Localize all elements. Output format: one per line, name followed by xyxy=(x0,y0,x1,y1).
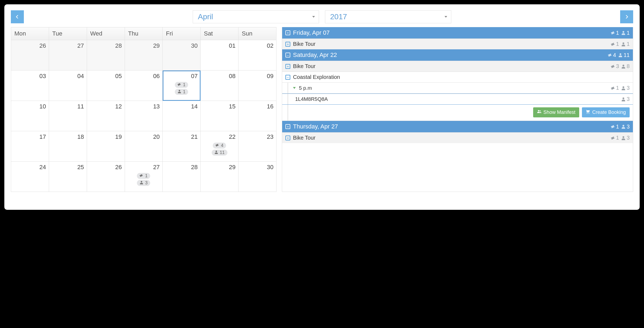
calendar-day[interactable]: 24 xyxy=(11,162,49,192)
weekday-header: Sun xyxy=(239,27,276,40)
calendar-day[interactable]: 26 xyxy=(87,162,125,192)
day-number: 30 xyxy=(241,164,273,171)
show-manifest-button[interactable]: Show Manifest xyxy=(533,107,579,117)
calendar-day[interactable]: 27 xyxy=(49,40,87,70)
activity-name: Bike Tour xyxy=(293,41,608,47)
day-title: Saturday, Apr 22 xyxy=(293,52,605,59)
activity-row[interactable]: +Bike Tour38 xyxy=(282,61,633,72)
day-header[interactable]: +Friday, Apr 0711 xyxy=(282,27,633,38)
ticket-icon xyxy=(139,173,144,179)
day-number: 11 xyxy=(52,103,84,110)
expand-icon: + xyxy=(285,64,290,69)
time-row[interactable]: 5 p.m13 xyxy=(282,82,633,94)
weekday-header: Tue xyxy=(49,27,87,40)
day-number: 07 xyxy=(165,73,198,80)
day-list-panel: +Friday, Apr 0711+Bike Tour11–Saturday, … xyxy=(282,27,633,192)
ticket-icon xyxy=(610,135,616,141)
person-icon xyxy=(618,53,623,57)
collapse-icon: – xyxy=(285,53,290,57)
day-number: 09 xyxy=(241,73,273,80)
calendar-day[interactable]: 30 xyxy=(239,162,276,192)
calendar-day[interactable]: 16 xyxy=(239,101,276,131)
person-icon xyxy=(621,136,626,140)
expand-icon: + xyxy=(285,136,290,140)
calendar-day[interactable]: 01 xyxy=(201,40,239,70)
person-icon xyxy=(621,124,626,129)
month-select[interactable]: April xyxy=(193,10,319,23)
counts: 13 xyxy=(611,85,630,91)
ticket-icon xyxy=(215,143,220,149)
day-number: 12 xyxy=(90,103,122,110)
time-label: 5 p.m xyxy=(299,85,608,91)
calendar-day[interactable]: 07 1 1 xyxy=(163,70,201,101)
person-icon xyxy=(621,97,626,101)
people-count-pill: 11 xyxy=(212,150,227,156)
calendar-day[interactable]: 25 xyxy=(49,162,87,192)
activity-row[interactable]: +Bike Tour11 xyxy=(282,38,633,49)
day-number: 14 xyxy=(165,103,198,110)
calendar-day[interactable]: 04 xyxy=(49,70,87,101)
ticket-count: 3 xyxy=(611,63,619,69)
calendar-day[interactable]: 10 xyxy=(11,101,49,131)
calendar-day[interactable]: 28 xyxy=(87,40,125,70)
calendar-day[interactable]: 21 xyxy=(163,131,201,162)
calendar-day[interactable]: 30 xyxy=(163,40,201,70)
calendar-day[interactable]: 29 xyxy=(125,40,163,70)
person-icon xyxy=(214,150,218,155)
calendar-day[interactable]: 06 xyxy=(125,70,163,101)
day-number: 25 xyxy=(52,164,84,171)
booking-row[interactable]: 1L4M8R5Q8A3 xyxy=(282,94,633,105)
chevron-down-icon xyxy=(293,87,296,89)
day-header[interactable]: +Thursday, Apr 2713 xyxy=(282,121,633,132)
prev-month-button[interactable] xyxy=(11,10,24,23)
calendar-day[interactable]: 08 xyxy=(201,70,239,101)
create-booking-button[interactable]: Create Booking xyxy=(582,107,630,117)
calendar-grid: MonTueWedThuFriSatSun 262728293001020304… xyxy=(11,27,276,192)
calendar-day[interactable]: 28 xyxy=(163,162,201,192)
ticket-icon xyxy=(610,124,616,129)
calendar-day[interactable]: 19 xyxy=(87,131,125,162)
people-count: 3 xyxy=(621,135,630,141)
calendar-day[interactable]: 05 xyxy=(87,70,125,101)
calendar-day[interactable]: 17 xyxy=(11,131,49,162)
person-icon xyxy=(621,86,626,90)
next-month-button[interactable] xyxy=(620,10,633,23)
day-number: 28 xyxy=(90,42,122,49)
counts: 11 xyxy=(611,41,630,47)
time-actions: Show ManifestCreate Booking xyxy=(282,105,633,121)
calendar-day[interactable]: 18 xyxy=(49,131,87,162)
calendar-day[interactable]: 15 xyxy=(201,101,239,131)
month-select-value: April xyxy=(198,12,213,21)
day-number: 01 xyxy=(203,42,236,49)
day-number: 29 xyxy=(128,42,160,49)
activity-name: Coastal Exploration xyxy=(293,74,630,80)
day-number: 03 xyxy=(14,73,46,80)
ticket-count: 1 xyxy=(611,41,619,47)
calendar-day[interactable]: 22 4 11 xyxy=(201,131,239,162)
day-number: 02 xyxy=(241,42,273,49)
ticket-icon xyxy=(292,97,294,102)
day-number: 17 xyxy=(14,133,46,140)
expand-icon: + xyxy=(285,124,290,129)
calendar-day[interactable]: 29 xyxy=(201,162,239,192)
calendar-day[interactable]: 20 xyxy=(125,131,163,162)
activity-row[interactable]: +Bike Tour13 xyxy=(282,132,633,143)
ticket-count-pill: 4 xyxy=(213,143,226,149)
weekday-header: Thu xyxy=(125,27,163,40)
calendar-day[interactable]: 03 xyxy=(11,70,49,101)
year-select[interactable]: 2017 xyxy=(325,10,451,23)
calendar-day[interactable]: 14 xyxy=(163,101,201,131)
calendar-day[interactable]: 12 xyxy=(87,101,125,131)
day-header[interactable]: –Saturday, Apr 22411 xyxy=(282,49,633,61)
calendar-day[interactable]: 23 xyxy=(239,131,276,162)
calendar-day[interactable]: 02 xyxy=(239,40,276,70)
day-number: 29 xyxy=(203,164,236,171)
calendar-day[interactable]: 13 xyxy=(125,101,163,131)
calendar-day[interactable]: 27 1 3 xyxy=(125,162,163,192)
day-number: 04 xyxy=(52,73,84,80)
calendar-day[interactable]: 09 xyxy=(239,70,276,101)
activity-row[interactable]: –Coastal Exploration xyxy=(282,72,633,82)
calendar-day[interactable]: 11 xyxy=(49,101,87,131)
calendar-day[interactable]: 26 xyxy=(11,40,49,70)
day-number: 19 xyxy=(90,133,122,140)
